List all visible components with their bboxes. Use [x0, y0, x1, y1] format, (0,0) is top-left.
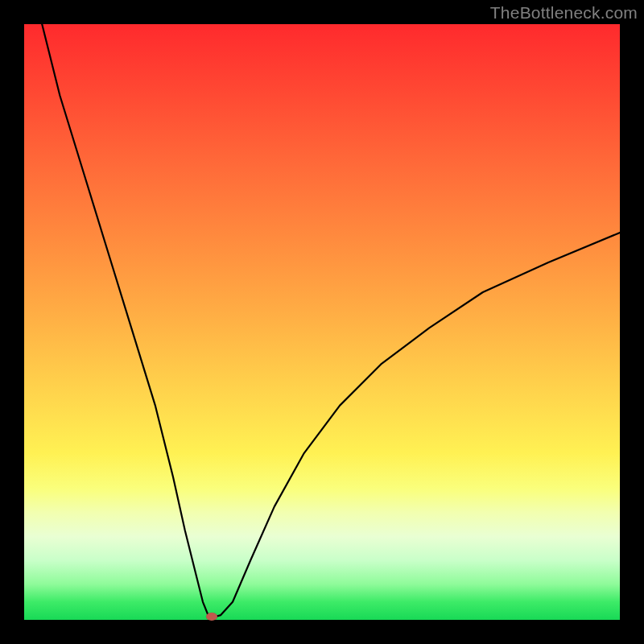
watermark-label: TheBottleneck.com	[490, 3, 638, 23]
bottleneck-curve-path	[42, 24, 620, 617]
plot-area	[24, 24, 620, 620]
chart-frame: TheBottleneck.com	[0, 0, 644, 644]
highlight-marker	[206, 613, 217, 621]
curve-svg	[24, 24, 620, 620]
